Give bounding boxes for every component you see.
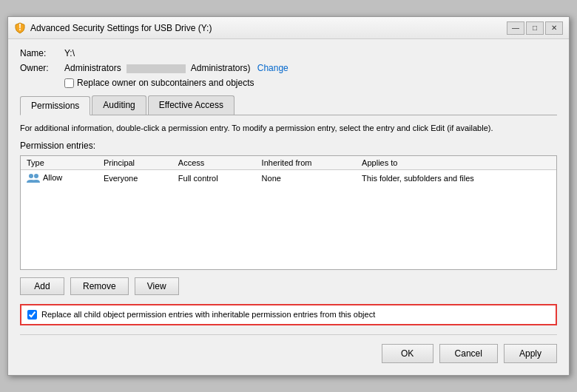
window-title: Advanced Security Settings for USB Drive… [30,23,212,33]
cell-type: Allow [21,169,98,186]
inherit-label: Replace all child object permission entr… [41,310,375,319]
close-button[interactable]: ✕ [545,21,563,35]
title-bar-left: ! Advanced Security Settings for USB Dri… [14,22,212,34]
owner-label: Owner: [20,63,64,73]
minimize-button[interactable]: — [507,21,524,35]
title-bar: ! Advanced Security Settings for USB Dri… [8,17,569,39]
table-header-row: Type Principal Access Inherited from App… [21,156,556,170]
owner-after: Administrators) [191,63,251,73]
view-button[interactable]: View [135,277,179,295]
change-owner-link[interactable]: Change [257,63,288,73]
tab-auditing[interactable]: Auditing [92,95,146,115]
col-principal: Principal [98,156,172,170]
replace-owner-row: Replace owner on subcontainers and objec… [64,78,557,88]
name-value: Y:\ [64,48,75,58]
dialog-content: Name: Y:\ Owner: Administrators Administ… [8,39,569,374]
name-row: Name: Y:\ [20,48,557,58]
col-inherited-from: Inherited from [256,156,357,170]
cancel-button[interactable]: Cancel [439,344,498,363]
footer-buttons: OK Cancel Apply [20,339,557,366]
name-label: Name: [20,48,64,58]
owner-before: Administrators [64,63,121,73]
tab-effective-access[interactable]: Effective Access [148,95,234,115]
footer-divider [20,334,557,335]
col-applies-to: Applies to [356,156,556,170]
cell-principal: Everyone [98,169,172,186]
owner-value: Administrators Administrators) Change [64,63,288,73]
add-button[interactable]: Add [20,277,64,295]
apply-button[interactable]: Apply [504,344,557,363]
ok-button[interactable]: OK [382,344,433,363]
shield-icon: ! [14,22,26,34]
permission-entries-label: Permission entries: [20,141,557,151]
replace-owner-label: Replace owner on subcontainers and objec… [77,78,254,88]
permission-table: Type Principal Access Inherited from App… [21,156,556,186]
owner-redacted [126,64,186,73]
user-icon [27,173,40,183]
col-access: Access [172,156,256,170]
col-type: Type [21,156,98,170]
maximize-button[interactable]: □ [526,21,544,35]
tab-permissions[interactable]: Permissions [20,96,90,115]
cell-access: Full control [172,169,256,186]
replace-owner-checkbox[interactable] [64,78,74,88]
main-window: ! Advanced Security Settings for USB Dri… [7,16,570,375]
cell-inherited-from: None [256,169,357,186]
svg-point-1 [29,174,33,178]
svg-text:!: ! [18,22,21,33]
title-controls: — □ ✕ [507,21,563,35]
owner-row: Owner: Administrators Administrators) Ch… [20,63,557,73]
remove-button[interactable]: Remove [70,277,129,295]
inherit-section: Replace all child object permission entr… [20,304,557,325]
description-text: For additional information, double-click… [20,123,557,134]
tab-bar: Permissions Auditing Effective Access [20,95,557,115]
action-buttons: Add Remove View [20,277,557,295]
table-row[interactable]: AllowEveryoneFull controlNoneThis folder… [21,169,556,186]
svg-point-2 [34,174,38,178]
inherit-checkbox[interactable] [27,310,37,320]
cell-applies-to: This folder, subfolders and files [356,169,556,186]
permission-table-container[interactable]: Type Principal Access Inherited from App… [20,155,557,270]
